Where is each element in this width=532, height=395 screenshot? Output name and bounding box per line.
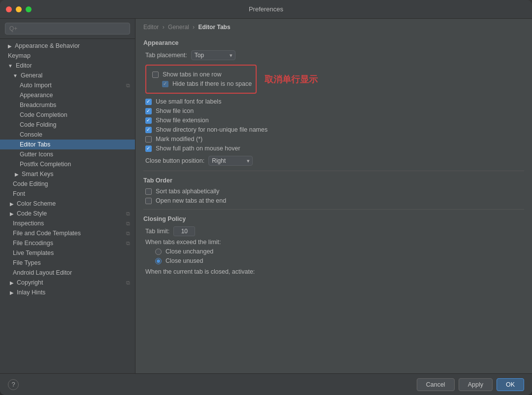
mark-modified-checkbox[interactable] bbox=[145, 136, 152, 143]
close-unchanged-row: Close unchanged bbox=[143, 248, 524, 255]
search-input[interactable] bbox=[5, 23, 130, 35]
new-tabs-end-label[interactable]: Open new tabs at the end bbox=[156, 197, 226, 204]
sidebar-item-editor[interactable]: ▼ Editor bbox=[0, 61, 135, 71]
chevron-right-icon: ▶ bbox=[10, 290, 14, 295]
file-ext-label[interactable]: Show file extension bbox=[156, 117, 209, 124]
tab-limit-input[interactable]: 10 bbox=[173, 226, 195, 236]
sidebar-item-color-scheme[interactable]: ▶ Color Scheme bbox=[0, 199, 135, 209]
sidebar-nav: ▶ Appearance & Behavior Keymap ▼ Editor … bbox=[0, 39, 135, 373]
sidebar-item-general[interactable]: ▼ General bbox=[0, 71, 135, 80]
breadcrumb-separator: › bbox=[193, 24, 196, 31]
tab-placement-select[interactable]: Top Bottom Left Right None bbox=[191, 50, 235, 60]
sidebar-item-android-layout-editor[interactable]: Android Layout Editor bbox=[0, 268, 135, 278]
chevron-right-icon: ▶ bbox=[15, 172, 19, 177]
sidebar-item-file-types[interactable]: File Types bbox=[0, 258, 135, 268]
close-unchanged-label[interactable]: Close unchanged bbox=[166, 248, 213, 255]
small-font-checkbox[interactable] bbox=[145, 99, 152, 105]
when-closed-row: When the current tab is closed, activate… bbox=[143, 268, 524, 275]
sidebar-item-code-folding[interactable]: Code Folding bbox=[0, 120, 135, 130]
when-exceed-row: When tabs exceed the limit: bbox=[143, 239, 524, 246]
bc-editor: Editor bbox=[143, 24, 159, 31]
sort-tabs-row: Sort tabs alphabetically bbox=[143, 188, 524, 195]
hide-tabs-row: Hide tabs if there is no space bbox=[150, 80, 252, 87]
new-tabs-end-checkbox[interactable] bbox=[145, 198, 152, 204]
full-path-checkbox[interactable] bbox=[145, 145, 152, 152]
show-tabs-label[interactable]: Show tabs in one row bbox=[163, 71, 222, 78]
close-btn-select-wrapper: Right Left Hidden bbox=[208, 156, 253, 166]
sidebar-item-label: Gutter Icons bbox=[20, 151, 53, 158]
sidebar-item-font[interactable]: Font bbox=[0, 189, 135, 199]
breadcrumb: Editor › General › Editor Tabs bbox=[135, 19, 532, 34]
sort-tabs-label[interactable]: Sort tabs alphabetically bbox=[156, 188, 219, 195]
apply-button[interactable]: Apply bbox=[459, 378, 493, 391]
sidebar-item-breadcrumbs[interactable]: Breadcrumbs bbox=[0, 100, 135, 110]
hide-tabs-checkbox[interactable] bbox=[162, 81, 168, 87]
show-file-icon-row: Show file icon bbox=[143, 108, 524, 114]
help-button[interactable]: ? bbox=[8, 379, 19, 390]
search-box bbox=[0, 19, 135, 39]
sidebar-item-console[interactable]: Console bbox=[0, 130, 135, 140]
mark-modified-row: Mark modified (*) bbox=[143, 136, 524, 143]
ok-button[interactable]: OK bbox=[497, 378, 524, 391]
maximize-button[interactable] bbox=[26, 6, 32, 12]
close-button[interactable] bbox=[6, 6, 12, 12]
close-unused-label[interactable]: Close unused bbox=[166, 257, 203, 264]
sidebar-item-inspections[interactable]: Inspections ⧉ bbox=[0, 218, 135, 228]
chevron-down-icon: ▼ bbox=[8, 63, 13, 69]
sidebar-item-file-encodings[interactable]: File Encodings ⧉ bbox=[0, 238, 135, 248]
close-unchanged-radio[interactable] bbox=[155, 249, 162, 255]
breadcrumb-separator: › bbox=[163, 24, 166, 31]
sidebar: ▶ Appearance & Behavior Keymap ▼ Editor … bbox=[0, 19, 135, 373]
sidebar-item-keymap[interactable]: Keymap bbox=[0, 51, 135, 61]
sidebar-item-live-templates[interactable]: Live Templates bbox=[0, 248, 135, 258]
cancel-button[interactable]: Cancel bbox=[417, 378, 455, 391]
sort-tabs-checkbox[interactable] bbox=[145, 188, 152, 195]
show-dir-label[interactable]: Show directory for non-unique file names bbox=[156, 126, 267, 133]
file-icon-label[interactable]: Show file icon bbox=[156, 108, 194, 114]
tab-placement-row: Tab placement: Top Bottom Left Right Non… bbox=[143, 50, 524, 60]
sidebar-item-appearance[interactable]: Appearance bbox=[0, 90, 135, 100]
closing-policy-section-title: Closing Policy bbox=[143, 215, 524, 222]
sidebar-item-label: Auto Import bbox=[20, 82, 52, 89]
sidebar-item-label: File Encodings bbox=[13, 240, 53, 247]
sidebar-item-file-code-templates[interactable]: File and Code Templates ⧉ bbox=[0, 228, 135, 238]
bc-general: General bbox=[168, 24, 189, 31]
sidebar-item-code-completion[interactable]: Code Completion bbox=[0, 110, 135, 120]
divider-1 bbox=[143, 171, 524, 171]
show-dir-checkbox[interactable] bbox=[145, 127, 152, 133]
copy-icon: ⧉ bbox=[126, 220, 130, 227]
footer: ? Cancel Apply OK bbox=[0, 373, 532, 395]
tab-placement-label: Tab placement: bbox=[145, 52, 187, 59]
sidebar-item-code-editing[interactable]: Code Editing bbox=[0, 179, 135, 189]
tab-placement-select-wrapper: Top Bottom Left Right None bbox=[191, 50, 235, 60]
full-path-label[interactable]: Show full path on mouse hover bbox=[156, 145, 240, 152]
sidebar-item-label: Inspections bbox=[13, 220, 44, 227]
sidebar-item-auto-import[interactable]: Auto Import ⧉ bbox=[0, 80, 135, 90]
hide-tabs-label[interactable]: Hide tabs if there is no space bbox=[172, 80, 252, 87]
sidebar-item-copyright[interactable]: ▶ Copyright ⧉ bbox=[0, 278, 135, 287]
sidebar-item-editor-tabs[interactable]: Editor Tabs bbox=[0, 140, 135, 149]
sidebar-item-label: Font bbox=[13, 190, 25, 197]
sidebar-item-appearance-behavior[interactable]: ▶ Appearance & Behavior bbox=[0, 41, 135, 51]
sidebar-item-postfix-completion[interactable]: Postfix Completion bbox=[0, 159, 135, 169]
small-font-label[interactable]: Use small font for labels bbox=[156, 98, 221, 105]
sidebar-item-label: Code Style bbox=[17, 210, 47, 217]
file-icon-checkbox[interactable] bbox=[145, 108, 152, 114]
sidebar-item-label: File Types bbox=[13, 259, 41, 266]
mark-modified-label[interactable]: Mark modified (*) bbox=[156, 136, 202, 143]
sidebar-item-gutter-icons[interactable]: Gutter Icons bbox=[0, 149, 135, 159]
sidebar-item-smart-keys[interactable]: ▶ Smart Keys bbox=[0, 169, 135, 179]
bc-current: Editor Tabs bbox=[198, 24, 230, 31]
sidebar-item-code-style[interactable]: ▶ Code Style ⧉ bbox=[0, 209, 135, 218]
sidebar-item-inlay-hints[interactable]: ▶ Inlay Hints bbox=[0, 287, 135, 297]
tab-order-section-title: Tab Order bbox=[143, 177, 524, 184]
close-unused-radio[interactable] bbox=[155, 258, 162, 264]
minimize-button[interactable] bbox=[16, 6, 22, 12]
sidebar-item-label: Inlay Hints bbox=[17, 289, 45, 296]
sidebar-item-label: Live Templates bbox=[13, 250, 54, 256]
file-ext-checkbox[interactable] bbox=[145, 117, 152, 124]
show-tabs-checkbox[interactable] bbox=[152, 72, 159, 78]
close-btn-select[interactable]: Right Left Hidden bbox=[208, 156, 253, 166]
close-unused-row: Close unused bbox=[143, 257, 524, 264]
sidebar-item-label: Code Folding bbox=[20, 121, 56, 128]
